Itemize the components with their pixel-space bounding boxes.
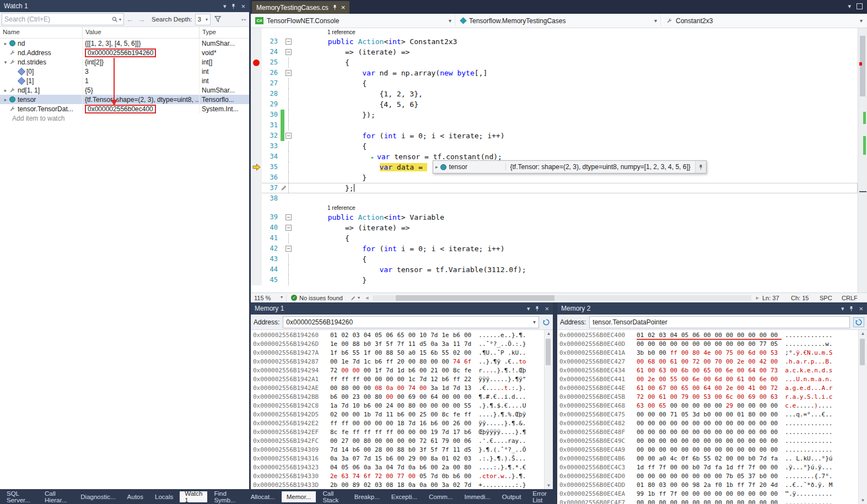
memory-bytes[interactable]: 2e63746f72007700057d0bb600: [330, 472, 475, 481]
window-position-icon[interactable]: ▾: [223, 3, 227, 10]
breakpoint-margin[interactable]: [251, 172, 262, 183]
memory-bytes[interactable]: 00000000000000000000000000: [637, 428, 782, 437]
data-tip[interactable]: ▸ tensor {tf.Tensor: shape=(2, 3), dtype…: [433, 160, 707, 174]
memory-row[interactable]: 0x000002556B0EC41A3bb000ff00804e0075006d…: [559, 349, 867, 357]
watch-row[interactable]: nd.Address0x000002556b194260void*: [0, 48, 249, 57]
memory-row[interactable]: 0x000002556B1942A1ffffff000000001c7d12b6…: [253, 375, 553, 384]
memory-bytes[interactable]: 0a3a077d15b60029008a010203: [330, 454, 475, 463]
watch-value[interactable]: 1: [85, 77, 89, 85]
watch-row[interactable]: ▸nd{[[1, 2, 3], [4, 5, 6]]}NumShar...: [0, 39, 249, 48]
memory-bytes[interactable]: 00000071053db0000001800000: [637, 410, 782, 419]
panel-tab-diagnostic[interactable]: Diagnostic...: [76, 491, 120, 502]
breakpoint-margin[interactable]: [251, 233, 262, 243]
panel-tab-allocat[interactable]: Allocat...: [246, 491, 280, 502]
memory-row[interactable]: 0x000002556B0EC4D000000000000000007b0537…: [559, 472, 867, 481]
breakpoint-margin[interactable]: [251, 193, 262, 204]
add-watch-row[interactable]: Add item to watch: [0, 113, 249, 123]
memory-bytes[interactable]: 00000000000000007b0537b000: [637, 472, 782, 481]
code-line[interactable]: 36 }: [251, 172, 858, 183]
memory-bytes[interactable]: 01020304050600000000000000: [637, 331, 782, 340]
memory-row[interactable]: 0x000002556B1942EF8cfeffffffff000000197d…: [253, 428, 553, 437]
editor-vertical-scrollbar[interactable]: [858, 28, 867, 292]
panel-tab-excepti[interactable]: Excepti...: [386, 491, 422, 502]
memory-row[interactable]: 0x000002556B0EC47500000071053db000000180…: [559, 410, 867, 419]
memory-row[interactable]: 0x000002556B1942FC0027008000000000726179…: [253, 437, 553, 446]
scroll-right-icon[interactable]: ▸: [756, 294, 759, 301]
memory-row[interactable]: 0x000002556B0EC4686300650000000000290000…: [559, 402, 867, 410]
breakpoint-margin[interactable]: [251, 57, 262, 68]
memory-bytes[interactable]: 0102030405066500107d1eb600: [330, 331, 475, 340]
code-line[interactable]: 32– for (int i = 0; i < iterate; i++): [251, 131, 858, 141]
memory-bytes[interactable]: 00000000000000000000000000: [637, 446, 782, 454]
breakpoint-margin[interactable]: [251, 68, 262, 78]
collapse-icon[interactable]: –: [286, 39, 292, 45]
expander-icon[interactable]: ▸: [2, 88, 9, 93]
memory-bytes[interactable]: 1e0088b03f5f7f11d50a3a117d: [330, 340, 475, 349]
breakpoint-icon[interactable]: [253, 59, 260, 66]
collapse-icon[interactable]: –: [286, 70, 292, 76]
memory-row[interactable]: 0x000002556B0EC4270068006100720070002e00…: [559, 357, 867, 366]
memory-row[interactable]: 0x000002556B0EC4C31dff7f0000b07dfa1dff7f…: [559, 463, 867, 472]
code-editor[interactable]: 1 reference23– public Action<int> Consta…: [251, 28, 858, 292]
memory-row[interactable]: 0x000002556B0EC40D0000000000000000000000…: [559, 340, 867, 349]
watch-value[interactable]: 0x000002556b194260: [85, 48, 156, 57]
expander-icon[interactable]: ▾: [2, 59, 9, 65]
memory-row[interactable]: 0x000002556B0EC44E61006700650064002e0041…: [559, 384, 867, 393]
address-input[interactable]: tensor.TensorDataPointer: [589, 316, 850, 328]
watch-row[interactable]: ▸nd[1, 1]{5}NumShar...: [0, 85, 249, 95]
window-position-icon[interactable]: ▾: [527, 305, 530, 312]
panel-tab-find-symb[interactable]: Find Symb...: [209, 491, 244, 502]
zoom-select[interactable]: 115 % ▾: [251, 295, 287, 301]
memory-bytes[interactable]: 1a7d10b6002400800000000055: [330, 402, 475, 410]
float-window-icon[interactable]: [857, 3, 863, 9]
memory-bytes[interactable]: 1fb6551f008850a0156b550200: [330, 349, 475, 357]
breakpoint-margin[interactable]: [251, 151, 262, 162]
breakpoint-margin[interactable]: [251, 131, 262, 141]
memory-row[interactable]: 0x000002556B1942600102030405066500107d1e…: [253, 331, 553, 340]
memory-row[interactable]: 0x000002556B0EC434610063006b0065006e0064…: [559, 366, 867, 375]
filter-icon[interactable]: [214, 16, 222, 23]
code-line[interactable]: 38: [251, 193, 858, 204]
panel-tab-output[interactable]: Output: [497, 491, 526, 502]
breakpoint-margin[interactable]: [251, 264, 262, 275]
toolbar-overflow-icon[interactable]: ▪▪: [241, 17, 246, 23]
column-indicator[interactable]: Ch: 15: [791, 295, 820, 301]
panel-tab-error-list[interactable]: Error List: [527, 491, 556, 502]
pin-icon[interactable]: [231, 3, 236, 9]
code-line[interactable]: 28 {1, 2, 3},: [251, 89, 858, 99]
refresh-icon[interactable]: [542, 318, 550, 326]
memory-row[interactable]: 0x000002556B0EC4DD0180030000982af01bff7f…: [559, 481, 867, 490]
code-line[interactable]: 40– => (iterate) =>: [251, 223, 858, 233]
memory-bytes[interactable]: 0180030000982af01bff7f204d: [637, 481, 782, 490]
watch-row[interactable]: [1]1int: [0, 76, 249, 85]
forward-icon[interactable]: →: [138, 15, 145, 24]
watch-row[interactable]: ▸tensor{tf.Tensor: shape=(2, 3), dtype=u…: [0, 95, 249, 104]
watch-value[interactable]: {5}: [85, 86, 93, 94]
memory-bytes[interactable]: 00000000000000000000007705: [637, 340, 782, 349]
memory-row[interactable]: 0x000002556B194287001e7d1cb6ff2000800000…: [253, 357, 553, 366]
column-header-value[interactable]: Value: [83, 27, 200, 38]
memory-bytes[interactable]: 0405060a3a047d0ab6002a0080: [330, 463, 475, 472]
document-list-icon[interactable]: ▾: [848, 3, 851, 10]
watch-value[interactable]: {tf.Tensor: shape=(2, 3), dtype=uint8, .…: [85, 96, 200, 104]
breakpoint-margin[interactable]: [251, 162, 262, 172]
type-dropdown[interactable]: Tensorflow.MemoryTestingCases ▾: [457, 15, 661, 26]
close-icon[interactable]: ×: [545, 305, 549, 312]
memory-row[interactable]: 0x000002556B0EC4A90000000000000000000000…: [559, 446, 867, 454]
memory-bytes[interactable]: 002e0055006e006d0061006e00: [637, 375, 782, 384]
pin-icon[interactable]: [332, 4, 337, 10]
code-line[interactable]: 25 {: [251, 57, 858, 68]
code-line[interactable]: 41 {: [251, 233, 858, 243]
space-indicator[interactable]: SPC: [820, 295, 842, 301]
line-indicator[interactable]: Ln: 37: [762, 295, 791, 301]
breakpoint-margin[interactable]: [251, 36, 262, 47]
memory-bytes[interactable]: 2b0089020308180a0a003a027d: [330, 481, 475, 489]
memory-row[interactable]: 0x000002556B1943097d14b600280088b03f5f7f…: [253, 446, 553, 454]
scrollbar-thumb[interactable]: [396, 295, 555, 301]
memory-bytes[interactable]: 001e7d1cb6ff2000800000746f: [330, 357, 475, 366]
watch-value[interactable]: 3: [85, 68, 89, 75]
breakpoint-margin[interactable]: [251, 120, 262, 131]
memory-scrollbar[interactable]: ▲▼: [858, 330, 867, 504]
memory-bytes[interactable]: 3bb000ff00804e0075006d0053: [637, 349, 782, 357]
memory-bytes[interactable]: 1dff7f0000b07dfa1dff7f0000: [637, 463, 782, 472]
